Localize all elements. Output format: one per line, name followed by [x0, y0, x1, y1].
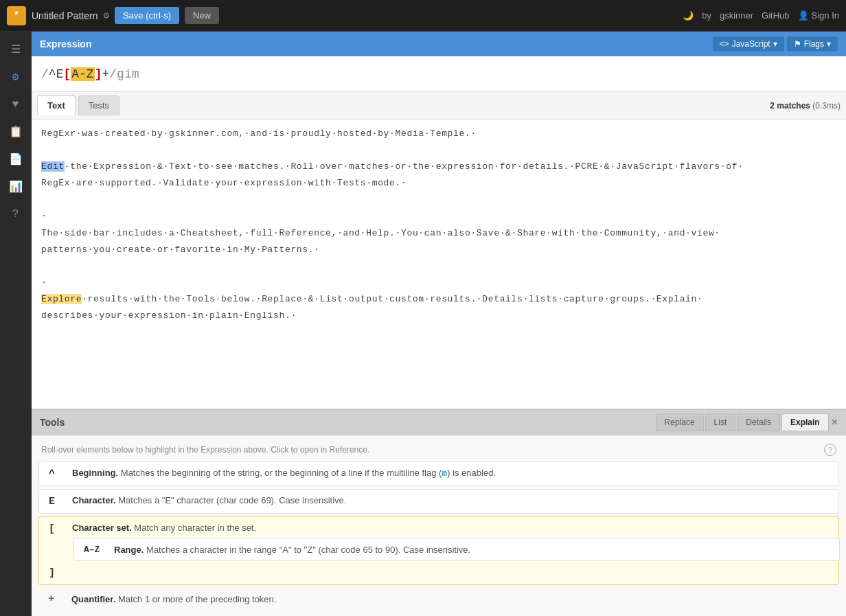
sidebar-item-help[interactable]: ?	[3, 202, 28, 227]
explain-desc-charset: Character set. Match any character in th…	[72, 523, 256, 533]
signin-button[interactable]: 👤 Sign In	[798, 10, 839, 21]
code-icon: <>	[720, 39, 729, 49]
text-line-8: patterns·you·create·or·favorite·in·My·Pa…	[41, 242, 836, 258]
explain-row-caret: ^ Beginning. Matches the beginning of th…	[38, 461, 839, 486]
text-line-4: RegEx·are·supported.·Validate·your·expre…	[41, 176, 836, 191]
text-line-9	[41, 259, 836, 274]
text-line-6: ·	[41, 209, 836, 224]
pattern-title: Untitled Pattern	[32, 10, 98, 21]
regex-char-e: E	[56, 67, 64, 81]
explain-desc-range: Range. Matches a character in the range …	[114, 545, 470, 555]
sidebar-item-settings[interactable]: ⚙	[3, 65, 28, 89]
new-button[interactable]: New	[185, 7, 219, 24]
gear-icon[interactable]: ⚙	[104, 10, 109, 21]
user-icon: 👤	[798, 10, 809, 21]
explain-row-char-e: E Character. Matches a "E" character (ch…	[38, 489, 839, 514]
logo-icon: *	[7, 6, 26, 25]
explain-token-bracket-close: ]	[49, 567, 62, 579]
language-selector[interactable]: <> JavaScript ▾	[713, 36, 784, 52]
regex-bracket-close: ]	[95, 67, 102, 81]
explain-token-bracket-open: [	[49, 523, 62, 535]
explain-token-range: A–Z	[84, 544, 104, 555]
tools-hint: Roll-over elements below to highlight in…	[32, 441, 846, 461]
regex-delimiter-open: /	[41, 67, 49, 81]
text-line-2	[41, 143, 836, 158]
explain-row-quantifier: + Quantifier. Match 1 or more of the pre…	[38, 588, 839, 611]
close-tools-button[interactable]: ×	[832, 416, 838, 429]
expression-label: Expression	[40, 38, 91, 49]
regex-input-area[interactable]: / ^ E [ A-Z ] + / gim	[32, 56, 846, 92]
regex-caret: ^	[49, 67, 56, 81]
explain-row-charset: [ Character set. Match any character in …	[38, 516, 839, 585]
text-display-area[interactable]: RegExr·was·created·by·gskinner.com,·and·…	[32, 119, 846, 409]
text-line-3: Edit·the·Expression·&·Text·to·see·matche…	[41, 159, 836, 174]
sidebar-item-menu[interactable]: ☰	[3, 37, 28, 62]
sidebar-item-favorites[interactable]: ♥	[3, 92, 28, 117]
tools-help-icon[interactable]: ?	[824, 444, 836, 456]
author-link[interactable]: gskinner	[720, 10, 753, 21]
text-line-11: Explore·results·with·the·Tools·below.·Re…	[41, 292, 836, 307]
moon-icon[interactable]: 🌙	[683, 10, 694, 21]
tab-tests[interactable]: Tests	[78, 95, 119, 115]
regex-flags: gim	[117, 67, 139, 81]
explain-token-e: E	[49, 495, 62, 507]
content-area: Expression <> JavaScript ▾ ⚑ Flags ▾ / ^…	[32, 32, 846, 616]
sidebar-item-community[interactable]: 📊	[3, 174, 28, 199]
match-count: 2 matches (0.3ms)	[770, 101, 841, 111]
sidebar: ☰ ⚙ ♥ 📋 📄 📊 ?	[0, 32, 32, 616]
explain-desc-e: Character. Matches a "E" character (char…	[72, 495, 346, 505]
explain-desc-quantifier: Quantifier. Match 1 or more of the prece…	[71, 594, 276, 604]
tools-section: Tools Replace List Details Explain × Rol…	[32, 409, 846, 616]
text-line-12: describes·your·expression·in·plain·Engli…	[41, 308, 836, 323]
text-tests-tabs: Text Tests 2 matches (0.3ms)	[32, 92, 846, 119]
explain-token-plus: +	[48, 593, 62, 605]
tab-text[interactable]: Text	[37, 95, 76, 115]
text-line-1: RegExr·was·created·by·gskinner.com,·and·…	[41, 126, 836, 141]
text-line-5	[41, 192, 836, 207]
match-explore: Explore	[41, 294, 82, 304]
regex-char-range: A-Z	[71, 67, 94, 81]
text-line-7: The·side·bar·includes·a·Cheatsheet,·full…	[41, 226, 836, 241]
github-link[interactable]: GitHub	[762, 10, 789, 21]
tools-content: Roll-over elements below to highlight in…	[32, 435, 846, 616]
tools-bar: Tools Replace List Details Explain ×	[32, 409, 846, 435]
tool-tab-explain[interactable]: Explain	[781, 413, 829, 431]
tool-tab-details[interactable]: Details	[737, 413, 780, 431]
regex-quantifier-plus: +	[102, 67, 109, 81]
tool-tab-replace[interactable]: Replace	[656, 413, 704, 431]
by-label: by	[702, 10, 711, 21]
tools-title: Tools	[40, 417, 654, 428]
explain-token-caret: ^	[49, 468, 62, 480]
regex-bracket-open: [	[63, 67, 71, 81]
flag-icon: ⚑	[794, 39, 801, 49]
explain-row-range: A–Z Range. Matches a character in the ra…	[73, 538, 840, 561]
topbar-right: 🌙 by gskinner GitHub 👤 Sign In	[683, 10, 839, 21]
save-button[interactable]: Save (ctrl-s)	[115, 7, 179, 24]
flags-selector[interactable]: ⚑ Flags ▾	[787, 36, 838, 52]
expression-controls: <> JavaScript ▾ ⚑ Flags ▾	[713, 36, 838, 52]
sidebar-item-reference[interactable]: 📄	[3, 147, 28, 172]
tool-tab-list[interactable]: List	[705, 413, 736, 431]
main-layout: ☰ ⚙ ♥ 📋 📄 📊 ? Expression <> JavaScript ▾…	[0, 32, 846, 616]
match-edit: Edit	[41, 161, 65, 172]
explain-desc-caret: Beginning. Matches the beginning of the …	[72, 468, 496, 479]
expression-bar: Expression <> JavaScript ▾ ⚑ Flags ▾	[32, 32, 846, 56]
regex-delimiter-close: /	[109, 67, 117, 81]
text-line-10: ·	[41, 275, 836, 290]
sidebar-item-cheatsheet[interactable]: 📋	[3, 119, 28, 144]
topbar: * Untitled Pattern ⚙ Save (ctrl-s) New 🌙…	[0, 0, 846, 32]
